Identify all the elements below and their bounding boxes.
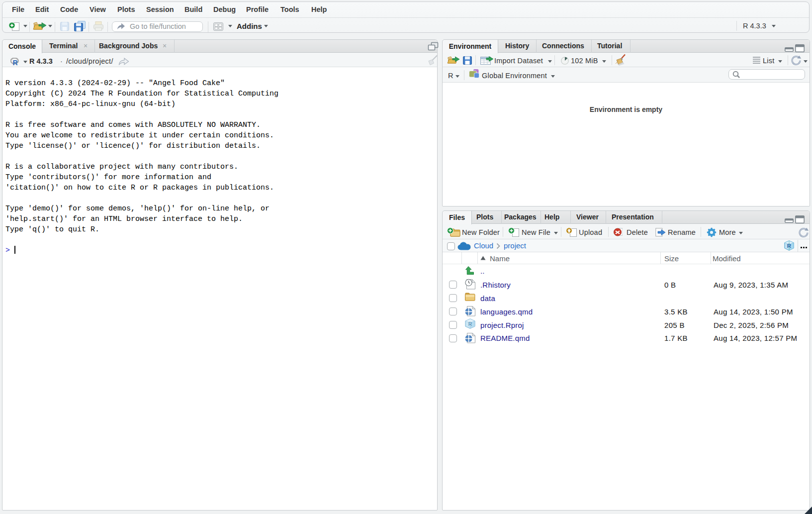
svg-text:R: R — [468, 321, 472, 327]
svg-text:R: R — [787, 243, 792, 249]
svg-text:R: R — [13, 59, 18, 66]
